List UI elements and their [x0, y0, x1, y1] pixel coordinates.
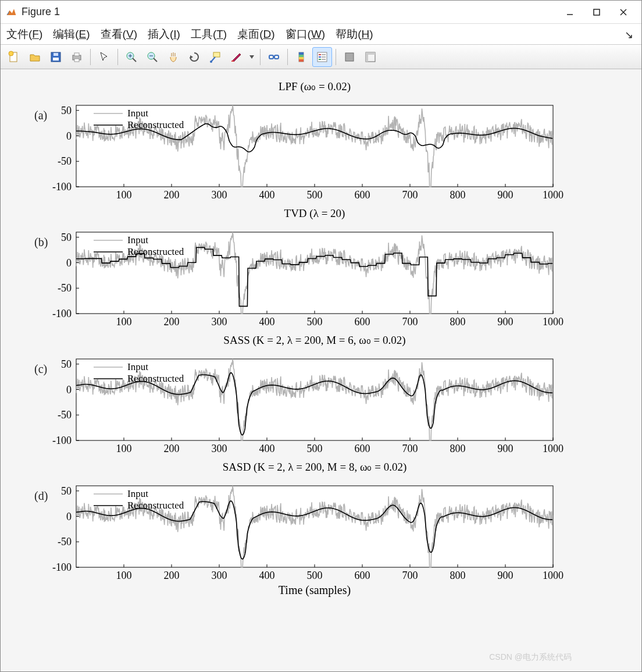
svg-text:800: 800	[450, 570, 466, 581]
svg-rect-10	[54, 53, 58, 56]
toolbar-separator	[336, 49, 336, 65]
window-title: Figure 1	[22, 6, 557, 18]
menu-edit[interactable]: 编辑(E)	[53, 27, 90, 42]
save-icon[interactable]	[46, 47, 66, 67]
axes[interactable]: LPF (ω₀ = 0.02) 100200300400500600700800…	[6, 81, 611, 205]
svg-text:700: 700	[402, 570, 418, 581]
subplot-2: (c) SASS (K = 2, λ = 200, M = 6, ω₀ = 0.…	[6, 335, 636, 461]
menu-file[interactable]: 文件(F)	[6, 27, 42, 42]
svg-text:500: 500	[307, 570, 323, 581]
svg-text:Input: Input	[127, 361, 148, 372]
menu-insert[interactable]: 插入(I)	[148, 27, 180, 42]
svg-text:0: 0	[66, 257, 72, 269]
toolbar-separator	[260, 49, 261, 65]
svg-text:800: 800	[450, 316, 466, 328]
svg-text:-50: -50	[58, 282, 72, 294]
axes[interactable]: SASD (K = 2, λ = 200, M = 8, ω₀ = 0.02) …	[6, 461, 611, 601]
axes[interactable]: SASS (K = 2, λ = 200, M = 6, ω₀ = 0.02) …	[6, 335, 611, 459]
svg-text:50: 50	[61, 105, 72, 116]
svg-text:100: 100	[116, 443, 132, 454]
zoom-in-icon[interactable]	[122, 47, 141, 67]
toolbar-separator	[287, 49, 288, 65]
brush-dropdown-icon[interactable]	[247, 47, 256, 67]
menu-tools[interactable]: 工具(T)	[191, 27, 227, 42]
svg-rect-28	[274, 55, 279, 59]
new-icon[interactable]	[4, 47, 24, 67]
svg-text:400: 400	[259, 189, 275, 201]
svg-rect-34	[299, 59, 304, 62]
rotate-icon[interactable]	[184, 47, 204, 67]
svg-text:300: 300	[212, 443, 227, 454]
menu-desktop[interactable]: 桌面(D)	[237, 27, 274, 42]
colorbar-icon[interactable]	[291, 47, 311, 67]
datatip-icon[interactable]	[205, 47, 225, 67]
svg-text:-50: -50	[58, 536, 72, 547]
pointer-icon[interactable]	[94, 47, 114, 67]
plot-title: SASS (K = 2, λ = 200, M = 6, ω₀ = 0.02)	[223, 335, 405, 347]
hide-plot-tools-icon[interactable]	[340, 47, 359, 67]
plot-title: LPF (ω₀ = 0.02)	[279, 81, 351, 93]
menu-help[interactable]: 帮助(H)	[336, 27, 373, 42]
panel-label: (c)	[34, 362, 47, 376]
menubar: 文件(F) 编辑(E) 查看(V) 插入(I) 工具(T) 桌面(D) 窗口(W…	[1, 24, 641, 45]
minimize-button[interactable]	[557, 3, 583, 22]
svg-text:600: 600	[355, 189, 370, 201]
menu-window[interactable]: 窗口(W)	[286, 27, 326, 42]
svg-text:-50: -50	[58, 409, 72, 421]
menu-view[interactable]: 查看(V)	[101, 27, 137, 42]
svg-text:600: 600	[355, 316, 370, 328]
link-icon[interactable]	[264, 47, 284, 67]
svg-marker-21	[190, 55, 193, 59]
maximize-button[interactable]	[583, 3, 610, 22]
svg-rect-25	[231, 61, 234, 62]
svg-marker-26	[249, 55, 254, 59]
subplot-3: (d) SASD (K = 2, λ = 200, M = 8, ω₀ = 0.…	[6, 461, 636, 603]
svg-text:100: 100	[116, 570, 132, 581]
toolbar	[1, 45, 641, 69]
svg-rect-27	[269, 55, 273, 59]
svg-text:900: 900	[498, 443, 513, 454]
svg-text:500: 500	[307, 443, 323, 454]
svg-text:500: 500	[307, 316, 323, 328]
panel-label: (d)	[34, 489, 48, 503]
svg-text:Reconstructed: Reconstructed	[127, 373, 184, 384]
svg-text:Reconstructed: Reconstructed	[127, 119, 184, 130]
svg-text:200: 200	[164, 443, 180, 454]
svg-text:0: 0	[66, 511, 72, 522]
svg-text:100: 100	[116, 189, 132, 201]
svg-text:Input: Input	[127, 234, 148, 246]
subplot-0: (a) LPF (ω₀ = 0.02) 10020030040050060070…	[6, 81, 636, 208]
axes[interactable]: TVD (λ = 20) 100200300400500600700800900…	[6, 208, 611, 332]
brush-icon[interactable]	[226, 47, 246, 67]
plot-title: SASD (K = 2, λ = 200, M = 8, ω₀ = 0.02)	[223, 461, 406, 474]
svg-text:1000: 1000	[543, 443, 563, 454]
svg-text:Input: Input	[127, 488, 148, 499]
svg-rect-13	[74, 59, 79, 62]
toolbar-separator	[90, 49, 91, 65]
svg-text:400: 400	[259, 443, 275, 454]
figure-window: Figure 1 文件(F) 编辑(E) 查看(V) 插入(I) 工具(T) 桌…	[0, 0, 642, 672]
svg-line-19	[154, 58, 157, 62]
svg-text:900: 900	[498, 316, 513, 328]
zoom-out-icon[interactable]	[142, 47, 162, 67]
show-plot-tools-icon[interactable]	[361, 47, 380, 67]
open-icon[interactable]	[25, 47, 45, 67]
legend-icon[interactable]	[312, 47, 332, 67]
pan-icon[interactable]	[163, 47, 183, 67]
svg-text:200: 200	[164, 316, 180, 328]
svg-text:Reconstructed: Reconstructed	[127, 246, 184, 257]
svg-text:50: 50	[61, 358, 72, 370]
svg-text:200: 200	[164, 189, 180, 201]
svg-text:1000: 1000	[543, 189, 563, 201]
svg-text:100: 100	[116, 316, 132, 328]
svg-text:700: 700	[402, 189, 418, 201]
svg-text:Reconstructed: Reconstructed	[127, 500, 184, 511]
close-button[interactable]	[610, 3, 637, 22]
svg-rect-9	[53, 58, 59, 61]
print-icon[interactable]	[67, 47, 87, 67]
matlab-icon	[5, 6, 17, 18]
svg-text:50: 50	[61, 485, 72, 497]
svg-text:500: 500	[307, 189, 323, 201]
dock-icon[interactable]: ↘	[625, 29, 633, 41]
svg-rect-12	[74, 53, 79, 56]
